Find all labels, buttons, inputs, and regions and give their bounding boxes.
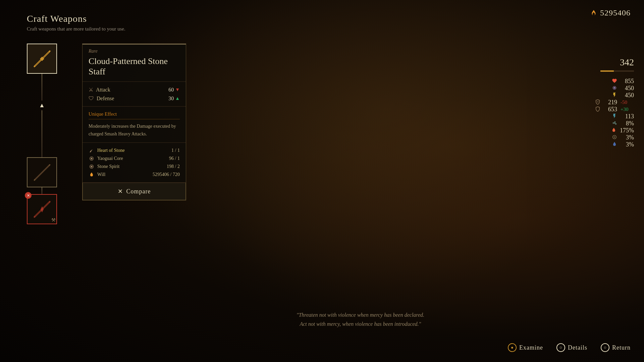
unique-effect-text: Moderately increases the Damage executed… (89, 123, 180, 138)
unique-effect-section: Unique Effect Moderately increases the D… (83, 107, 186, 143)
bottom-actions: ● Examine ○ Details ○ Return (508, 343, 631, 352)
right-stat-delta-3: -50 (621, 100, 634, 105)
weapon-rarity: Rare (83, 45, 186, 55)
material-count-1: 96 / 1 (169, 156, 180, 161)
right-stat-row-8: 3% (595, 134, 634, 141)
material-icon-3 (89, 172, 95, 178)
right-stat-value-1: 450 (621, 85, 634, 92)
right-stat-row-0: 855 (595, 78, 634, 85)
right-stat-icon-2 (612, 92, 617, 99)
details-icon: ○ (556, 343, 565, 352)
weapon-slot-second[interactable] (27, 157, 57, 187)
weapon-staff-dim-icon (33, 163, 51, 182)
right-stat-icon-0 (612, 78, 617, 85)
attack-value: 60 (168, 87, 174, 93)
right-stat-row-9: 3% (595, 141, 634, 148)
material-row-1: Yaoguai Core96 / 1 (89, 156, 180, 162)
equip-level: 342 (620, 57, 634, 68)
right-stat-value-7: 175% (620, 127, 634, 134)
level-bar-fill (600, 70, 614, 72)
right-stat-icon-7 (611, 127, 616, 134)
right-stat-value-8: 3% (621, 134, 634, 141)
svg-point-11 (91, 166, 92, 167)
svg-line-4 (35, 166, 49, 179)
right-stat-value-0: 855 (621, 78, 634, 85)
weapon-stats: ⚔ Attack 60 ▼ 🛡 Defense 30 ▲ (83, 82, 186, 107)
details-button[interactable]: ○ Details (556, 343, 587, 352)
right-stat-row-7: 175% (595, 127, 634, 134)
material-count-3: 5295406 / 720 (153, 172, 180, 177)
compare-button[interactable]: ✕ Compare (83, 183, 186, 200)
page-title: Craft Weapons (27, 13, 125, 24)
currency-icon (590, 9, 597, 17)
attack-label: Attack (96, 87, 110, 93)
material-row-3: Will5295406 / 720 (89, 172, 180, 178)
currency-display: 5295406 (590, 8, 631, 17)
material-name-0: Heart of Stone (97, 148, 125, 153)
page-subtitle: Craft weapons that are more tailored to … (27, 26, 125, 32)
compare-label: Compare (126, 188, 151, 195)
quote-line1: "Threaten not with violence when mercy h… (297, 310, 424, 319)
return-icon: ○ (601, 343, 609, 352)
bottom-quote: "Threaten not with violence when mercy h… (297, 310, 424, 328)
connector-2 (42, 110, 42, 157)
right-stat-value-9: 3% (621, 141, 634, 148)
unique-effect-title: Unique Effect (89, 111, 180, 119)
currency-value: 5295406 (600, 8, 631, 17)
right-stat-value-5: 113 (621, 113, 634, 120)
defense-icon: 🛡 (89, 96, 94, 102)
material-row-0: Heart of Stone1 / 1 (89, 147, 180, 154)
quote-line2: Act not with mercy, when violence has be… (297, 319, 424, 328)
slot-badge-craft: ⚒ (51, 217, 56, 223)
right-stat-icon-4 (595, 106, 600, 113)
examine-label: Examine (519, 344, 543, 351)
right-stat-row-1: 450 (595, 85, 634, 92)
right-stat-value-4: 653 (604, 106, 617, 113)
right-stat-delta-4: +30 (621, 107, 634, 112)
right-stat-row-2: 450 (595, 92, 634, 99)
upgrade-arrow: ▲ (39, 101, 45, 110)
right-stat-icon-9 (612, 141, 617, 148)
right-stat-row-3: 219-50 (595, 99, 634, 106)
right-stat-icon-1 (612, 85, 617, 92)
right-stat-value-6: 8% (621, 120, 634, 127)
defense-label: Defense (97, 96, 114, 102)
right-stat-row-6: 8% (595, 120, 634, 127)
attack-trend-icon: ▼ (175, 87, 180, 93)
right-stat-icon-3 (595, 99, 600, 106)
right-stat-value-2: 450 (621, 92, 634, 99)
examine-icon: ● (508, 343, 517, 352)
weapon-slot-selected[interactable] (27, 44, 57, 74)
materials-section: Heart of Stone1 / 1Yaoguai Core96 / 1Sto… (83, 143, 186, 183)
right-stats-panel: 342 855450450219-50653+301138%175%3%3% (595, 57, 634, 148)
connector-1 (42, 74, 42, 101)
right-stat-icon-5 (612, 113, 617, 120)
weapon-slot-third[interactable]: ✕ ⚒ (27, 194, 57, 224)
material-icon-0 (89, 147, 95, 154)
weapon-list: ▲ ✕ ⚒ (27, 44, 57, 224)
weapon-name: Cloud-Patterned Stone Staff (83, 55, 186, 82)
defense-value: 30 (168, 96, 174, 102)
weapon-info-panel: Rare Cloud-Patterned Stone Staff ⚔ Attac… (82, 44, 186, 200)
attack-stat-row: ⚔ Attack 60 ▼ (89, 86, 180, 93)
defense-trend-icon: ▲ (175, 96, 180, 101)
material-icon-2 (89, 164, 95, 170)
return-button[interactable]: ○ Return (601, 343, 631, 352)
material-count-0: 1 / 1 (171, 148, 180, 153)
right-stat-row-4: 653+30 (595, 106, 634, 113)
right-stat-icon-6 (612, 120, 617, 127)
level-bar (600, 70, 634, 72)
material-row-2: Stone Spirit198 / 2 (89, 164, 180, 170)
details-label: Details (568, 344, 587, 351)
right-stat-icon-8 (612, 134, 617, 141)
material-count-2: 198 / 2 (167, 164, 180, 169)
connector-3 (42, 187, 42, 194)
slot-badge: ✕ (25, 192, 32, 199)
svg-point-9 (91, 158, 92, 159)
examine-button[interactable]: ● Examine (508, 343, 543, 352)
weapon-staff-icon (33, 50, 51, 68)
material-name-2: Stone Spirit (97, 164, 120, 169)
material-name-1: Yaoguai Core (97, 156, 123, 161)
compare-x-icon: ✕ (118, 188, 123, 195)
attack-icon: ⚔ (89, 86, 93, 93)
